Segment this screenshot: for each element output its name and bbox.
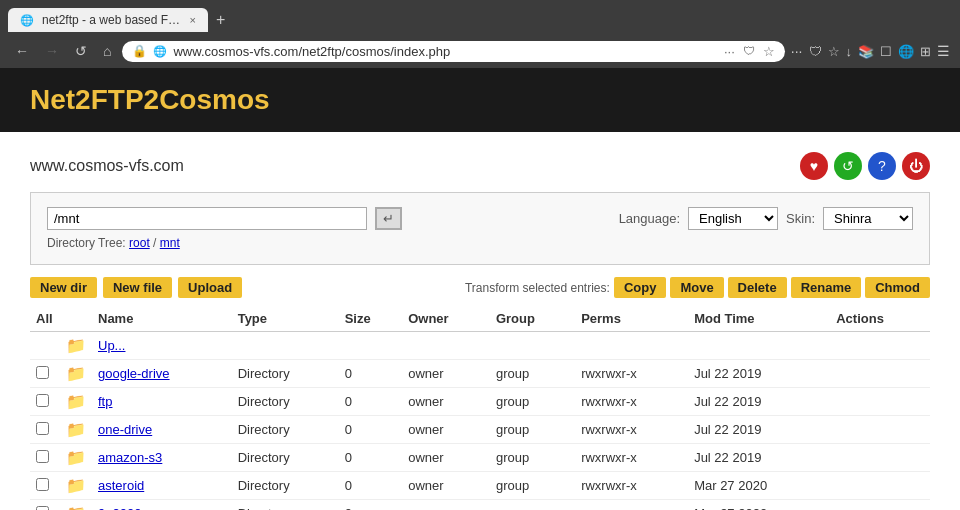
row-checkbox-cell[interactable] [30, 388, 60, 416]
path-section: ↵ Language: English French Spanish Germa… [30, 192, 930, 265]
dir-tree-separator: / [153, 236, 156, 250]
folder-icon: 📁 [66, 337, 86, 354]
row-name-cell: asteroid [92, 472, 232, 500]
row-size-cell: 0 [339, 388, 403, 416]
address-bar-icons: ··· 🛡 ☆ [724, 44, 775, 59]
row-owner-cell: owner [402, 416, 490, 444]
row-name-link[interactable]: 9p2000 [98, 506, 141, 510]
browser-tab[interactable]: 🌐 net2ftp - a web based FTP clie... × [8, 8, 208, 32]
row-actions-cell [830, 360, 930, 388]
col-owner-header: Owner [402, 306, 490, 332]
row-type-cell: Directory [232, 360, 339, 388]
row-icon-cell: 📁 [60, 416, 92, 444]
row-icon-cell: 📁 [60, 472, 92, 500]
path-row: ↵ Language: English French Spanish Germa… [47, 207, 913, 230]
row-checkbox[interactable] [36, 394, 49, 407]
row-owner-cell: owner [402, 360, 490, 388]
row-modtime-cell: Jul 22 2019 [688, 444, 830, 472]
row-type-cell: Directory [232, 500, 339, 511]
row-name-link[interactable]: one-drive [98, 422, 152, 437]
upload-button[interactable]: Upload [178, 277, 242, 298]
file-table: All Name Type Size Owner Group Perms Mod… [30, 306, 930, 510]
row-perms-cell: rwxrwxr-x [575, 472, 688, 500]
more-icon[interactable]: ··· [724, 44, 735, 59]
row-up-link[interactable]: Up... [98, 338, 125, 353]
address-bar-wrapper: 🔒 🌐 ··· 🛡 ☆ [122, 41, 784, 62]
row-modtime-cell: Mar 27 2020 [688, 472, 830, 500]
skin-select[interactable]: Shinra Default Blue [823, 207, 913, 230]
copy-button[interactable]: Copy [614, 277, 667, 298]
account-icon[interactable]: 🌐 [898, 44, 914, 59]
home-button[interactable]: ⌂ [98, 40, 116, 62]
reload-button[interactable]: ↺ [70, 40, 92, 62]
skin-label: Skin: [786, 211, 815, 226]
language-select[interactable]: English French Spanish German [688, 207, 778, 230]
library-icon[interactable]: 📚 [858, 44, 874, 59]
row-name-cell: one-drive [92, 416, 232, 444]
row-checkbox-cell[interactable] [30, 472, 60, 500]
rename-button[interactable]: Rename [791, 277, 862, 298]
dir-tree-root-link[interactable]: root [129, 236, 150, 250]
new-dir-button[interactable]: New dir [30, 277, 97, 298]
delete-button[interactable]: Delete [728, 277, 787, 298]
row-name-cell: amazon-s3 [92, 444, 232, 472]
col-name-header: Name [92, 306, 232, 332]
row-checkbox-cell[interactable] [30, 444, 60, 472]
select-all-link[interactable]: All [36, 311, 53, 326]
new-file-button[interactable]: New file [103, 277, 172, 298]
folder-icon: 📁 [66, 449, 86, 466]
help-button[interactable]: ? [868, 152, 896, 180]
col-group-header: Group [490, 306, 575, 332]
path-input[interactable] [47, 207, 367, 230]
col-icon-header [60, 306, 92, 332]
row-name-link[interactable]: ftp [98, 394, 112, 409]
extensions-icon[interactable]: ⊞ [920, 44, 931, 59]
row-checkbox[interactable] [36, 506, 49, 511]
back-button[interactable]: ← [10, 40, 34, 62]
address-input[interactable] [173, 44, 718, 59]
tab-close-btn[interactable]: × [190, 14, 196, 26]
row-checkbox[interactable] [36, 478, 49, 491]
row-checkbox[interactable] [36, 422, 49, 435]
refresh-button[interactable]: ↺ [834, 152, 862, 180]
table-row: 📁 asteroid Directory 0 owner group rwxrw… [30, 472, 930, 500]
col-all-header: All [30, 306, 60, 332]
dir-tree-mnt-link[interactable]: mnt [160, 236, 180, 250]
row-checkbox[interactable] [36, 450, 49, 463]
row-size-cell: 0 [339, 360, 403, 388]
col-size-header: Size [339, 306, 403, 332]
menu-button[interactable]: ☰ [937, 43, 950, 59]
bookmark-star-icon[interactable]: ☆ [828, 44, 840, 59]
heart-button[interactable]: ♥ [800, 152, 828, 180]
row-type-cell: Directory [232, 416, 339, 444]
move-button[interactable]: Move [670, 277, 723, 298]
row-name-link[interactable]: amazon-s3 [98, 450, 162, 465]
sync-icon[interactable]: ☐ [880, 44, 892, 59]
download-icon[interactable]: ↓ [846, 44, 853, 59]
bookmark-icon[interactable]: ☆ [763, 44, 775, 59]
chmod-button[interactable]: Chmod [865, 277, 930, 298]
row-checkbox-cell[interactable] [30, 360, 60, 388]
browser-chrome: 🌐 net2ftp - a web based FTP clie... × + … [0, 0, 960, 68]
path-go-button[interactable]: ↵ [375, 207, 402, 230]
new-tab-btn[interactable]: + [208, 6, 233, 34]
more-button[interactable]: ··· [791, 43, 803, 59]
power-button[interactable]: ⏻ [902, 152, 930, 180]
dir-tree-label: Directory Tree: [47, 236, 126, 250]
row-name-link[interactable]: asteroid [98, 478, 144, 493]
row-checkbox[interactable] [36, 366, 49, 379]
row-group-cell: group [490, 444, 575, 472]
row-name-cell: 9p2000 [92, 500, 232, 511]
table-row: 📁 ftp Directory 0 owner group rwxrwxr-x … [30, 388, 930, 416]
site-url: www.cosmos-vfs.com [30, 157, 184, 175]
row-icon-cell: 📁 [60, 332, 92, 360]
row-modtime-cell: Jul 22 2019 [688, 360, 830, 388]
row-checkbox-cell[interactable] [30, 500, 60, 511]
table-row: 📁 one-drive Directory 0 owner group rwxr… [30, 416, 930, 444]
row-checkbox-cell[interactable] [30, 416, 60, 444]
row-name-cell: Up... [92, 332, 930, 360]
site-icon: 🌐 [153, 45, 167, 58]
row-name-link[interactable]: google-drive [98, 366, 170, 381]
table-header: All Name Type Size Owner Group Perms Mod… [30, 306, 930, 332]
forward-button[interactable]: → [40, 40, 64, 62]
